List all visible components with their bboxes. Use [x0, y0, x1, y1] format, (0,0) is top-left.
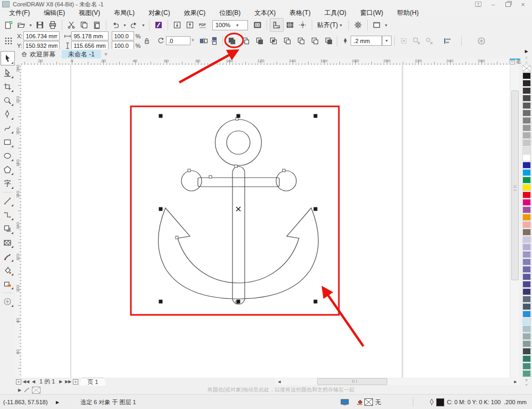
publish-pdf-icon[interactable]: PDF: [196, 19, 209, 31]
anchor-ring-outer[interactable]: [215, 120, 262, 166]
rotation-angle-input[interactable]: [166, 36, 190, 45]
anchor-shaft[interactable]: [232, 166, 245, 304]
undo-dropdown-icon[interactable]: ▼: [122, 19, 128, 31]
horizontal-scrollbar[interactable]: ◀ ▶: [276, 378, 519, 385]
trim-icon[interactable]: [254, 35, 265, 47]
palette-scroll-down-icon[interactable]: ∨: [525, 378, 528, 382]
palette-swatch-17[interactable]: [522, 191, 531, 198]
selection-handle[interactable]: [159, 114, 163, 118]
menu-item-10[interactable]: 窗口(W): [353, 8, 390, 18]
palette-swatch-4[interactable]: [522, 95, 531, 102]
first-page-icon[interactable]: ◀◀: [22, 378, 30, 385]
add-page-icon[interactable]: [15, 378, 22, 385]
menu-item-1[interactable]: 编辑(E): [37, 8, 72, 18]
rectangle-tool[interactable]: [1, 135, 14, 148]
object-width-input[interactable]: [71, 31, 109, 40]
selection-handle[interactable]: [314, 207, 318, 211]
tray-no-color-swatch[interactable]: [32, 387, 40, 394]
document-tab-0[interactable]: 欢迎屏幕: [15, 50, 62, 59]
smart-fill-tool[interactable]: [1, 277, 14, 290]
zoom-tool[interactable]: [1, 94, 14, 107]
front-minus-back-icon[interactable]: [296, 35, 306, 47]
show-grid-icon[interactable]: [284, 19, 296, 31]
minimize-button[interactable]: –: [489, 1, 497, 7]
pick-tool[interactable]: [1, 51, 15, 65]
next-page-icon[interactable]: ▶: [57, 378, 64, 385]
alignment-icon[interactable]: [441, 35, 454, 47]
palette-swatch-7[interactable]: [522, 117, 531, 124]
palette-swatch-8[interactable]: [522, 124, 531, 131]
polygon-tool[interactable]: [1, 163, 14, 176]
boundary-icon[interactable]: [323, 35, 334, 47]
palette-swatch-14[interactable]: [522, 169, 531, 176]
palette-flyout-icon[interactable]: ▶: [525, 49, 528, 55]
horizontal-scrollbar-thumb[interactable]: [317, 378, 387, 385]
palette-expand-icon[interactable]: »: [525, 382, 527, 387]
shape-tool[interactable]: [1, 66, 14, 79]
ellipse-tool[interactable]: [1, 149, 14, 162]
palette-swatch-12[interactable]: [522, 154, 531, 161]
scroll-right-icon[interactable]: ▶: [512, 378, 519, 385]
palette-swatch-34[interactable]: [522, 318, 531, 325]
palette-swatch-5[interactable]: [522, 102, 531, 109]
palette-swatch-29[interactable]: [522, 281, 531, 288]
palette-swatch-32[interactable]: [522, 303, 531, 310]
menu-item-11[interactable]: 帮助(H): [390, 8, 426, 18]
palette-swatch-39[interactable]: [522, 355, 531, 362]
palette-swatch-23[interactable]: [522, 236, 531, 243]
menu-item-4[interactable]: 对象(C): [142, 8, 177, 18]
crop-tool[interactable]: [1, 80, 14, 93]
customize-plus-icon[interactable]: [475, 35, 488, 47]
close-button[interactable]: ×: [519, 1, 527, 7]
prev-page-icon[interactable]: ◀: [30, 378, 37, 385]
parallel-dimension-tool[interactable]: [1, 194, 14, 207]
anchor-ring-inner[interactable]: [227, 131, 250, 154]
print-icon[interactable]: [46, 19, 59, 31]
selection-handle[interactable]: [237, 114, 240, 118]
redo-icon[interactable]: [128, 19, 140, 31]
selection-handle[interactable]: [314, 114, 318, 118]
palette-swatch-37[interactable]: [522, 340, 531, 347]
palette-swatch-15[interactable]: [522, 177, 531, 183]
bspline-tool[interactable]: [1, 121, 14, 135]
scroll-left-icon[interactable]: ◀: [276, 378, 283, 385]
new-document-tab-button[interactable]: +: [101, 50, 111, 59]
menu-item-8[interactable]: 表格(T): [282, 8, 317, 18]
connector-tool[interactable]: [1, 208, 14, 221]
menu-item-2[interactable]: 视图(V): [72, 8, 107, 18]
back-minus-front-icon[interactable]: [310, 35, 320, 47]
palette-swatch-21[interactable]: [522, 221, 531, 228]
outline-width-combo[interactable]: .2 mm: [351, 36, 382, 46]
palette-swatch-27[interactable]: [522, 266, 531, 273]
zoom-level-combo[interactable]: 100%▼: [212, 20, 248, 30]
text-tool[interactable]: 字: [1, 177, 14, 190]
vertical-scrollbar[interactable]: [510, 65, 519, 378]
options-gear-icon[interactable]: [352, 19, 364, 31]
palette-swatch-16[interactable]: [522, 184, 531, 191]
page-tab[interactable]: 页 1: [79, 378, 106, 386]
palette-swatch-20[interactable]: [522, 214, 531, 221]
menu-item-0[interactable]: 文件(F): [2, 8, 37, 18]
redo-dropdown-icon[interactable]: ▼: [140, 19, 146, 31]
weld-icon[interactable]: [240, 35, 251, 47]
palette-scroll-up-icon[interactable]: ∧: [525, 60, 528, 65]
palette-swatch-1[interactable]: [522, 72, 531, 79]
selection-handle[interactable]: [237, 300, 240, 304]
simplify-icon[interactable]: [282, 35, 293, 47]
palette-no-color-swatch[interactable]: [522, 65, 531, 72]
open-dropdown-icon[interactable]: ▼: [28, 19, 34, 31]
selection-handle[interactable]: [159, 300, 163, 304]
palette-scroll-up-icon[interactable]: ∧: [525, 55, 528, 60]
palette-swatch-6[interactable]: [522, 110, 531, 116]
add-tools-tool[interactable]: [1, 295, 14, 308]
color-eyedropper-tool[interactable]: [1, 249, 14, 263]
last-page-icon[interactable]: ▶▶: [64, 378, 72, 385]
full-screen-preview-icon[interactable]: [251, 19, 264, 31]
undo-icon[interactable]: [109, 19, 122, 31]
menu-item-3[interactable]: 布局(L): [107, 8, 142, 18]
anchor-flukes[interactable]: [159, 208, 319, 299]
palette-swatch-30[interactable]: [522, 288, 531, 295]
anchor-drawing[interactable]: [159, 120, 319, 305]
interactive-fill-tool[interactable]: [1, 263, 14, 277]
launcher-icon[interactable]: [370, 19, 383, 31]
